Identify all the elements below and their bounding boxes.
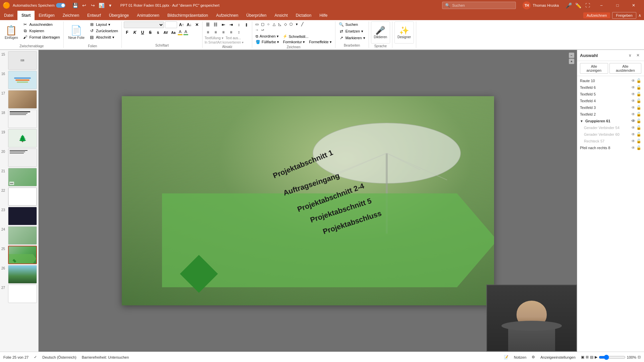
maximize-button[interactable]: □ (610, 0, 625, 11)
new-slide-button[interactable]: 📄 Neue Folie (66, 21, 87, 44)
accessibility-status[interactable]: Barrierefreiheit: Untersuchen (82, 355, 129, 359)
dictate-button[interactable]: 🎤 Diktieren (371, 21, 390, 44)
search-input[interactable] (452, 3, 513, 7)
layer-lock-textfeld4[interactable]: 🔓 (636, 99, 641, 103)
layer-item-group61[interactable]: ▼ Gruppieren 61 👁 🔓 (577, 118, 644, 124)
justify-button[interactable]: ≡ (228, 29, 234, 36)
shape-right-triangle[interactable]: ◺ (277, 21, 282, 27)
show-all-button[interactable]: Alle anzeigen (580, 63, 608, 74)
slide-thumb-24[interactable]: 24 (1, 226, 37, 245)
slide-thumb-21[interactable]: 21 text (1, 168, 37, 186)
ribbon-collapse-icon[interactable]: ∧ (638, 13, 641, 18)
layer-item-connector60[interactable]: Gerader Verbinder 60 👁 🔓 (577, 131, 644, 138)
zoom-slider[interactable] (599, 355, 626, 360)
slide-thumbnail-17[interactable] (8, 90, 37, 109)
tab-hilfe[interactable]: Hilfe (315, 11, 331, 20)
group61-expand-icon[interactable]: ▼ (580, 119, 584, 123)
mark-button[interactable]: ↗ Markieren ▾ (337, 35, 367, 41)
mic-icon[interactable]: 🎤 (566, 2, 572, 9)
layer-visibility-textfeld3[interactable]: 👁 (631, 105, 635, 110)
slide-thumb-27[interactable]: 27 (1, 285, 37, 303)
strikethrough-button[interactable]: S (147, 29, 154, 36)
format-painter-button[interactable]: 🖌 Format übertragen (21, 34, 61, 40)
layer-lock-textfeld5[interactable]: 🔓 (636, 92, 641, 97)
slide-thumb-20[interactable]: 20 (1, 148, 37, 167)
shape-pentagon[interactable]: ⬠ (288, 21, 294, 27)
language-status[interactable]: Deutsch (Österreich) (42, 355, 76, 359)
hide-all-button[interactable]: Alle ausblenden (609, 63, 641, 74)
slide-thumb-17[interactable]: 17 (1, 90, 37, 109)
slide-thumbnail-27[interactable] (8, 285, 37, 303)
slide-thumbnail-21[interactable]: text (8, 168, 37, 186)
slide-thumb-15[interactable]: 15 ⌨ (1, 51, 37, 70)
layer-lock-connector60[interactable]: 🔓 (636, 132, 641, 137)
slide-thumb-23[interactable]: 23 (1, 207, 37, 225)
more-icon[interactable]: ▾ (107, 2, 114, 9)
slide-thumbnail-20[interactable] (8, 148, 37, 167)
slide-thumbnail-25[interactable] (8, 246, 37, 264)
effects-button[interactable]: Formeffekte ▾ (308, 40, 333, 45)
layer-item-rect57[interactable]: Rechteck 57 👁 🔓 (577, 138, 644, 144)
shape-triangle[interactable]: △ (271, 21, 277, 27)
tab-dictation[interactable]: Dictation (292, 11, 316, 20)
slide-thumbnail-24[interactable] (8, 226, 37, 245)
decrease-font-button[interactable]: A↓ (186, 21, 193, 28)
share-button[interactable]: Freigeben (612, 12, 636, 19)
spacing-button[interactable]: AV (162, 29, 169, 36)
tab-datei[interactable]: Datei (0, 11, 17, 20)
slide-thumbnail-19[interactable]: 🌲 (8, 129, 37, 147)
copy-button[interactable]: ⧉ Kopieren (21, 28, 61, 34)
slide-thumbnail-23[interactable] (8, 207, 37, 225)
slide-canvas[interactable]: Projektabschnitt 1 Auftragseingang Proje… (122, 96, 494, 305)
fullscreen-icon[interactable]: ⛶ (584, 2, 591, 9)
bold-button[interactable]: F (124, 29, 130, 36)
align-center-button[interactable]: ≡ (212, 29, 219, 36)
layer-item-arrow8[interactable]: Pfeil nach rechts 8 👁 🔓 (577, 144, 644, 151)
layer-visibility-textfeld2[interactable]: 👁 (631, 112, 635, 117)
tab-entwurf[interactable]: Entwurf (83, 11, 105, 20)
tab-ueberpruefen[interactable]: Überprüfen (242, 11, 270, 20)
increase-font-button[interactable]: A↑ (178, 21, 185, 28)
slide-thumbnail-18[interactable] (8, 110, 37, 128)
view-settings-button[interactable]: Anzeigeeinstellungen (540, 355, 576, 359)
search-button[interactable]: 🔍 Suchen (337, 21, 359, 27)
autosave-switch[interactable] (56, 3, 65, 8)
slide-sorter-icon[interactable]: ⊞ (586, 355, 589, 359)
slide-thumb-25[interactable]: 25 (1, 246, 37, 264)
save-icon[interactable]: 💾 (72, 2, 79, 9)
shape-arrow[interactable]: → (254, 27, 260, 33)
numbered-list-button[interactable]: ☷ (212, 21, 219, 28)
pen-icon[interactable]: ✏️ (575, 2, 582, 9)
layout-button[interactable]: ⊞ Layout ▾ (88, 21, 119, 27)
font-family-select[interactable] (124, 21, 164, 28)
reading-view-icon[interactable]: ▤ (590, 355, 593, 359)
designer-button[interactable]: ✨ Designer (394, 21, 414, 44)
columns-button[interactable]: ⫿ (243, 21, 250, 28)
tab-ansicht[interactable]: Ansicht (270, 11, 291, 20)
layer-visibility-connector54[interactable]: 👁 (631, 125, 635, 130)
slide-thumb-19[interactable]: 19 🌲 (1, 129, 37, 147)
align-right-button[interactable]: ≡ (220, 29, 227, 36)
layer-lock-rect57[interactable]: 🔓 (636, 139, 641, 143)
slide-thumbnail-16[interactable] (8, 71, 37, 89)
layer-item-textfeld4[interactable]: Textfeld 4 👁 🔓 (577, 98, 644, 104)
slide-thumb-18[interactable]: 18 (1, 110, 37, 128)
layer-item-connector54[interactable]: Gerader Verbinder 54 👁 🔓 (577, 124, 644, 131)
change-case-button[interactable]: Aa (170, 29, 177, 36)
text-direction-button[interactable]: ↕ (235, 21, 242, 28)
slide-thumb-26[interactable]: 26 (1, 265, 37, 284)
layer-visibility-textfeld4[interactable]: 👁 (631, 99, 635, 103)
layer-item-textfeld5[interactable]: Textfeld 5 👁 🔓 (577, 91, 644, 98)
slide-thumbnail-15[interactable]: ⌨ (8, 51, 37, 70)
tab-animationen[interactable]: Animationen (133, 11, 163, 20)
slide-thumbnail-26[interactable] (8, 265, 37, 284)
arrange-button[interactable]: ⧉ Anordnen ▾ (254, 34, 280, 39)
tab-start[interactable]: Start (17, 11, 35, 20)
fit-slide-button[interactable]: ⊡ (638, 355, 641, 359)
shape-rounded-rect[interactable]: ▢ (260, 21, 265, 27)
layer-lock-arrow8[interactable]: 🔓 (636, 145, 641, 150)
layer-item-textfeld6[interactable]: Textfeld 6 👁 🔓 (577, 84, 644, 91)
redo-icon[interactable]: ↪ (90, 2, 96, 9)
layer-visibility-textfeld6[interactable]: 👁 (631, 85, 635, 90)
shape-more[interactable]: ▾ (294, 21, 300, 27)
